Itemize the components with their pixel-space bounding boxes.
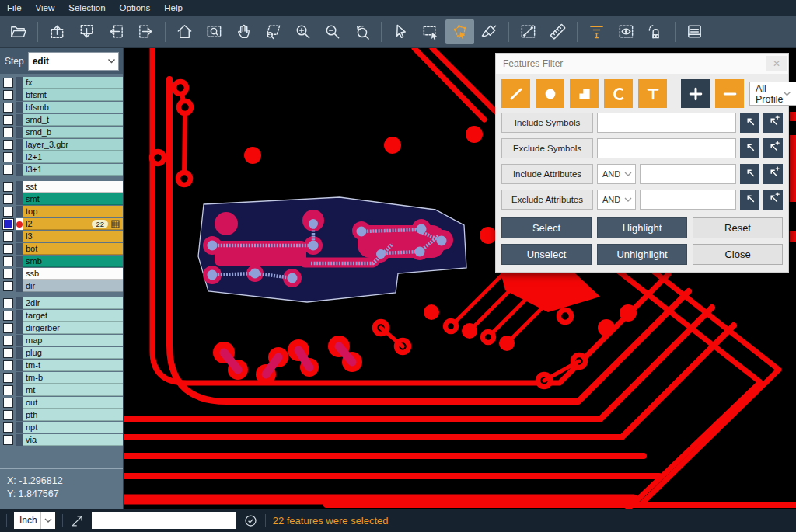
layer-label-mt[interactable]: mt [23, 384, 123, 396]
filter-row-label-button[interactable]: Exclude Attributes [501, 190, 593, 210]
layer-checkbox-target[interactable] [3, 311, 13, 321]
dialog-title-bar[interactable]: Features Filter ✕ [496, 54, 788, 74]
reset-button[interactable]: Reset [693, 217, 783, 238]
layer-checkbox-layer_3.gbr[interactable] [3, 140, 13, 150]
polarity-positive-button[interactable] [681, 79, 710, 108]
layer-checkbox-via[interactable] [3, 435, 13, 445]
layer-checkbox-smb[interactable] [3, 256, 13, 266]
layer-checkbox-2dir--[interactable] [3, 298, 13, 308]
layer-label-smb[interactable]: smb [23, 256, 123, 267]
layer-checkbox-smd_b[interactable] [3, 127, 13, 137]
layer-checkbox-out[interactable] [3, 398, 13, 408]
layer-checkbox-map[interactable] [3, 336, 13, 346]
operator-dropdown[interactable]: AND [597, 164, 636, 184]
layer-table-button[interactable] [111, 220, 120, 230]
pick-add-from-canvas-button[interactable] [763, 190, 783, 210]
layer-label-l2[interactable]: l222 [23, 218, 123, 230]
zoom-out-button[interactable] [318, 19, 347, 44]
layer-label-dirgerber[interactable]: dirgerber [23, 322, 123, 334]
pick-add-from-canvas-button[interactable] [763, 138, 783, 158]
pick-add-from-canvas-button[interactable] [763, 164, 783, 184]
layer-label-plug[interactable]: plug [23, 347, 123, 359]
dialog-close-button[interactable]: ✕ [766, 56, 787, 71]
menu-item-file[interactable]: File [7, 3, 22, 12]
menu-item-view[interactable]: View [36, 3, 55, 12]
select-button[interactable]: Select [501, 217, 592, 238]
pcb-canvas[interactable]: Features Filter ✕ All Profile Include Sy… [124, 48, 796, 509]
layer-checkbox-ssb[interactable] [3, 269, 13, 279]
layer-checkbox-bfsmt[interactable] [3, 90, 13, 100]
operator-dropdown[interactable]: AND [597, 190, 636, 210]
layer-checkbox-tm-b[interactable] [3, 373, 13, 383]
filter-type-text-button[interactable] [638, 79, 667, 108]
layer-checkbox-bfsmb[interactable] [3, 103, 13, 113]
pan-up-button[interactable] [43, 19, 72, 44]
layer-grid-icon[interactable] [111, 220, 120, 228]
pick-from-canvas-button[interactable] [740, 113, 759, 133]
pick-from-canvas-button[interactable] [740, 190, 759, 210]
layer-label-sst[interactable]: sst [23, 181, 123, 193]
layer-label-fx[interactable]: fx [23, 77, 123, 89]
filter-row-label-button[interactable]: Include Attributes [501, 164, 593, 184]
filter-value-input[interactable] [597, 113, 736, 133]
select-pointer-button[interactable] [386, 19, 415, 44]
layer-checkbox-dirgerber[interactable] [3, 323, 13, 333]
pan-right-button[interactable] [131, 19, 160, 44]
units-dropdown[interactable]: Inch [14, 512, 55, 529]
layer-checkbox-mt[interactable] [3, 385, 13, 395]
layer-label-map[interactable]: map [23, 335, 123, 346]
zoom-area-button[interactable] [200, 19, 229, 44]
layer-label-l3[interactable]: l3 [23, 231, 123, 242]
unselect-button[interactable]: Unselect [501, 244, 592, 265]
unhighlight-button[interactable]: Unhighlight [597, 244, 687, 265]
measure-points-button[interactable] [514, 19, 543, 44]
filter-row-label-button[interactable]: Exclude Symbols [501, 138, 593, 158]
layer-label-npt[interactable]: npt [23, 422, 123, 433]
feature-properties-button[interactable] [680, 19, 709, 44]
filter-type-line-button[interactable] [501, 79, 530, 108]
layer-checkbox-smt[interactable] [3, 194, 13, 204]
layer-label-l3+1[interactable]: l3+1 [23, 164, 123, 176]
layer-label-l2+1[interactable]: l2+1 [23, 151, 123, 163]
layer-label-out[interactable]: out [23, 397, 123, 409]
menu-item-selection[interactable]: Selection [68, 3, 105, 12]
layer-label-tm-b[interactable]: tm-b [23, 372, 123, 384]
layer-label-via[interactable]: via [23, 434, 123, 446]
view-options-button[interactable] [612, 19, 641, 44]
layer-checkbox-npt[interactable] [3, 422, 13, 433]
pan-left-button[interactable] [102, 19, 131, 44]
layer-label-top[interactable]: top [23, 206, 123, 217]
layer-checkbox-l2[interactable] [3, 219, 13, 229]
features-filter-button[interactable] [582, 19, 611, 44]
filter-value-input[interactable] [640, 164, 736, 184]
layer-label-smd_b[interactable]: smd_b [23, 127, 123, 138]
filter-type-pad-button[interactable] [536, 79, 564, 108]
layer-label-bot[interactable]: bot [23, 243, 123, 255]
menu-item-help[interactable]: Help [164, 3, 183, 12]
sync-check-icon[interactable] [243, 513, 258, 528]
layer-checkbox-l3+1[interactable] [3, 165, 13, 175]
pick-from-canvas-button[interactable] [740, 164, 759, 184]
layer-label-bfsmt[interactable]: bfsmt [23, 89, 123, 101]
menu-item-options[interactable]: Options [120, 3, 151, 12]
filter-value-input[interactable] [640, 190, 736, 210]
layer-checkbox-top[interactable] [3, 207, 13, 217]
layer-label-pth[interactable]: pth [23, 409, 123, 421]
layer-label-target[interactable]: target [23, 310, 123, 322]
open-file-button[interactable] [4, 19, 33, 44]
zoom-home-button[interactable] [170, 19, 199, 44]
layer-label-smd_t[interactable]: smd_t [23, 114, 123, 126]
pick-add-from-canvas-button[interactable] [763, 113, 783, 133]
layer-label-2dir--[interactable]: 2dir-- [23, 297, 123, 309]
angle-measure-icon[interactable] [70, 513, 85, 528]
pan-down-button[interactable] [72, 19, 101, 44]
layer-checkbox-sst[interactable] [3, 182, 13, 192]
filter-type-arc-button[interactable] [604, 79, 633, 108]
layer-label-tm-t[interactable]: tm-t [23, 360, 123, 371]
layer-checkbox-l3[interactable] [3, 231, 13, 242]
measure-ruler-button[interactable] [543, 19, 572, 44]
profile-dropdown[interactable]: All Profile [749, 82, 796, 106]
clean-brush-button[interactable] [475, 19, 504, 44]
layer-checkbox-bot[interactable] [3, 244, 13, 254]
layer-checkbox-pth[interactable] [3, 410, 13, 420]
